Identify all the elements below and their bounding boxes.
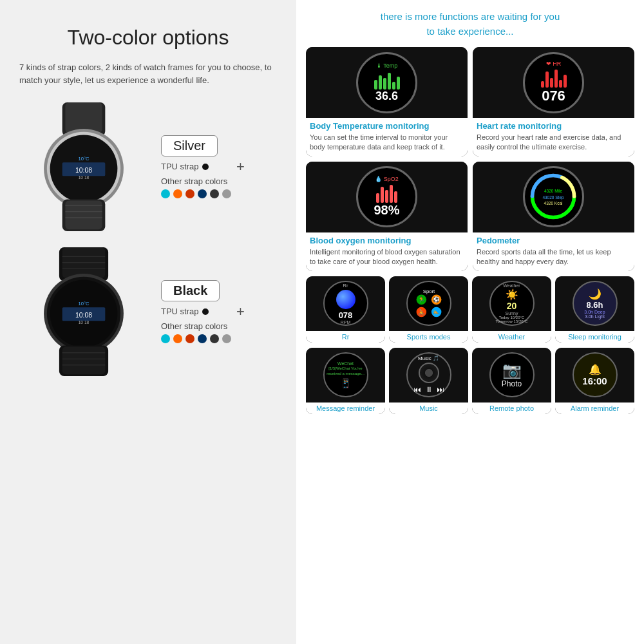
blood-oxygen-card: 💧 SpO2 98% Blood oxygen monitoring Intel… bbox=[306, 162, 468, 271]
svg-rect-27 bbox=[62, 346, 106, 374]
heart-rate-text: Heart rate monitoring Record your heart … bbox=[473, 118, 634, 156]
svg-text:10:08: 10:08 bbox=[75, 167, 92, 174]
color-dot-gray bbox=[222, 189, 231, 198]
spo2-desc: Intelligent monitoring of blood oxygen s… bbox=[310, 247, 464, 267]
hr-value: 076 bbox=[542, 88, 565, 104]
message-label: Message reminder bbox=[306, 402, 385, 414]
sports-card: Sport 🏃 ⚽ 🚴 🏊 Sports modes bbox=[389, 276, 468, 343]
black-watch-svg: 10°C 10:08 10 18 bbox=[23, 247, 145, 376]
pedometer-text: Pedometer Record sports data all the tim… bbox=[473, 232, 634, 271]
svg-text:4320 Kcal: 4320 Kcal bbox=[544, 201, 563, 205]
message-image: WeChat [1/5]WeChat You've received a mes… bbox=[306, 348, 385, 402]
hr-title: Heart rate monitoring bbox=[477, 121, 630, 131]
svg-text:43020 Step: 43020 Step bbox=[542, 195, 564, 200]
silver-watch-option: 10°C 10:08 10 18 Silver TPU strap bbox=[19, 99, 277, 234]
heart-rate-display: ❤ HR 076 bbox=[523, 52, 584, 113]
weather-card: Weather ☀️ 20 Sunny Today 10/20°C Tomorr… bbox=[472, 276, 551, 343]
color-dot-dark-2 bbox=[210, 334, 219, 343]
photo-display: 📷 Photo bbox=[489, 352, 535, 397]
pedometer-ring: 4320 Mile 43020 Step 4320 Kcal bbox=[526, 171, 581, 222]
body-temp-display: 🌡 Temp 36.6 bbox=[356, 52, 417, 113]
pedo-desc: Record sports data all the time, let us … bbox=[477, 247, 630, 267]
silver-label: Silver bbox=[161, 135, 218, 156]
blood-oxygen-image: 💧 SpO2 98% bbox=[306, 162, 468, 232]
sleep-total: 8.6h bbox=[586, 300, 603, 310]
body-temp-text: Body Temperature monitoring You can set … bbox=[306, 118, 468, 156]
vinyl bbox=[419, 363, 439, 383]
black-watch-image: 10°C 10:08 10 18 bbox=[19, 244, 148, 379]
color-dot-cyan-2 bbox=[161, 334, 170, 343]
message-card: WeChat [1/5]WeChat You've received a mes… bbox=[306, 348, 385, 414]
sports-label: Sports modes bbox=[389, 331, 468, 343]
svg-rect-1 bbox=[65, 102, 102, 133]
sports-image: Sport 🏃 ⚽ 🚴 🏊 bbox=[389, 276, 468, 331]
svg-text:⚽: ⚽ bbox=[433, 296, 440, 303]
alarm-card: 🔔 16:00 Alarm reminder bbox=[555, 348, 634, 414]
black-dot-2 bbox=[202, 308, 209, 315]
sleep-display: 🌙 8.6h 3.0h Deep 3.0h Light bbox=[573, 281, 618, 326]
top-features-grid: 🌡 Temp 36.6 Body Temperature monitoring … bbox=[306, 47, 634, 271]
photo-label: Photo bbox=[502, 379, 522, 388]
pedometer-card: 4320 Mile 43020 Step 4320 Kcal Pedometer… bbox=[473, 162, 634, 271]
weather-display: Weather ☀️ 20 Sunny Today 10/20°C Tomorr… bbox=[489, 281, 535, 326]
silver-strap-type: TPU strap bbox=[161, 162, 209, 171]
music-label: Music bbox=[389, 402, 468, 414]
hr-bars bbox=[541, 68, 567, 88]
svg-text:10°C: 10°C bbox=[78, 301, 90, 307]
color-dot-red bbox=[185, 189, 194, 198]
sleep-image: 🌙 8.6h 3.0h Deep 3.0h Light bbox=[555, 276, 634, 331]
weather-temp: 20 bbox=[507, 301, 517, 311]
color-dot-gray-2 bbox=[222, 334, 231, 343]
silver-watch-info: Silver TPU strap Other strap colors bbox=[161, 135, 231, 198]
plus-black: + bbox=[236, 303, 245, 320]
svg-text:🚴: 🚴 bbox=[417, 308, 424, 316]
music-controls: ⏮ ⏸ ⏭ bbox=[413, 385, 444, 394]
body-temp-image: 🌡 Temp 36.6 bbox=[306, 47, 468, 118]
body-temp-desc: You can set the time interval to monitor… bbox=[310, 133, 464, 153]
body-temp-card: 🌡 Temp 36.6 Body Temperature monitoring … bbox=[306, 47, 468, 156]
svg-text:10:08: 10:08 bbox=[75, 312, 92, 319]
black-label: Black bbox=[161, 280, 220, 301]
photo-label-text: Remote photo bbox=[472, 402, 551, 414]
page-title: Two-color options bbox=[19, 26, 277, 50]
rr-sphere bbox=[336, 290, 355, 309]
photo-card: 📷 Photo Remote photo bbox=[472, 348, 551, 414]
silver-other-colors-label: Other strap colors bbox=[161, 176, 227, 186]
alarm-label: Alarm reminder bbox=[555, 402, 634, 414]
color-dot-red-2 bbox=[185, 334, 194, 343]
weather-label: Weather bbox=[472, 331, 551, 343]
svg-text:🏃: 🏃 bbox=[417, 296, 424, 303]
photo-image: 📷 Photo bbox=[472, 348, 551, 402]
sports-svg: Sport 🏃 ⚽ 🚴 🏊 bbox=[408, 281, 450, 325]
color-dot-navy bbox=[198, 189, 207, 198]
rr-display: Rr 078 RPM bbox=[323, 281, 368, 326]
left-panel: Two-color options 7 kinds of strap color… bbox=[0, 0, 296, 644]
music-display: Music 🎵 ⏮ ⏸ ⏭ bbox=[406, 352, 451, 397]
spo2-title: Blood oxygen monitoring bbox=[310, 236, 464, 245]
alarm-image: 🔔 16:00 bbox=[555, 348, 634, 402]
color-dot-cyan bbox=[161, 189, 170, 198]
message-display: WeChat [1/5]WeChat You've received a mes… bbox=[323, 352, 368, 397]
silver-color-dots bbox=[161, 189, 231, 198]
black-dot bbox=[202, 164, 209, 170]
alarm-time: 16:00 bbox=[582, 375, 607, 386]
svg-text:10 18: 10 18 bbox=[79, 320, 90, 325]
sleep-label: Sleep monitoring bbox=[555, 331, 634, 343]
heart-rate-image: ❤ HR 076 bbox=[473, 47, 634, 118]
silver-watch-image: 10°C 10:08 10 18 bbox=[19, 99, 148, 234]
music-card: Music 🎵 ⏮ ⏸ ⏭ Music bbox=[389, 348, 468, 414]
spo2-bars bbox=[376, 184, 397, 203]
black-other-colors-label: Other strap colors bbox=[161, 321, 227, 331]
svg-text:🏊: 🏊 bbox=[433, 308, 440, 316]
black-watch-option: 10°C 10:08 10 18 Black TPU strap Other s… bbox=[19, 244, 277, 379]
svg-text:10 18: 10 18 bbox=[79, 175, 90, 180]
rr-label: Rr bbox=[306, 331, 385, 343]
plus-silver: + bbox=[236, 158, 245, 175]
svg-text:4320 Mile: 4320 Mile bbox=[544, 189, 563, 194]
heart-rate-card: ❤ HR 076 Heart rate monitoring Record yo… bbox=[473, 47, 634, 156]
spo2-value: 98% bbox=[374, 203, 399, 218]
black-strap-type: TPU strap bbox=[161, 307, 209, 316]
right-panel: there is more functions are waiting for … bbox=[296, 0, 644, 644]
alarm-display: 🔔 16:00 bbox=[573, 352, 618, 397]
color-dot-orange bbox=[173, 189, 182, 198]
